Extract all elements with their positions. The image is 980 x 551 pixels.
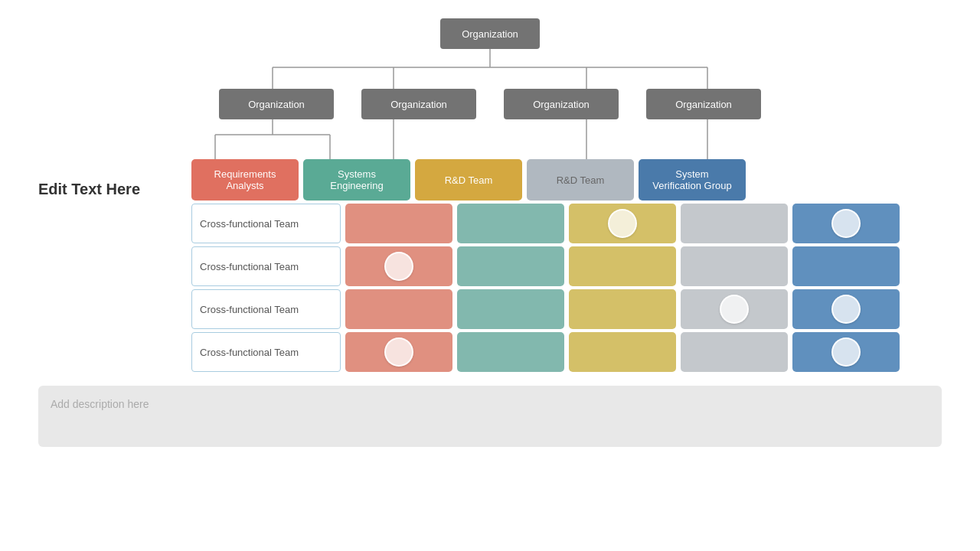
cell-3-1 bbox=[457, 332, 564, 372]
dot-1-0 bbox=[384, 252, 413, 281]
cell-2-0 bbox=[345, 289, 452, 329]
level2-box-2[interactable]: Organization bbox=[504, 89, 619, 119]
dot-2-3 bbox=[720, 295, 749, 324]
table-row: Cross-functional Team bbox=[191, 246, 942, 286]
cell-1-4 bbox=[792, 246, 900, 286]
level2-box-3[interactable]: Organization bbox=[646, 89, 761, 119]
description-box[interactable]: Add description here bbox=[38, 386, 942, 447]
diagram-container: Organization Organization Organization bbox=[0, 0, 980, 462]
dot-3-0 bbox=[384, 337, 413, 367]
cell-1-0 bbox=[345, 246, 452, 286]
col-header-svg[interactable]: System Verification Group bbox=[639, 159, 746, 201]
cell-2-3 bbox=[681, 289, 788, 329]
matrix-rows: Cross-functional Team Cross-functio bbox=[191, 204, 942, 372]
cell-0-3 bbox=[681, 204, 788, 243]
row-label-0[interactable]: Cross-functional Team bbox=[191, 204, 341, 243]
cell-1-1 bbox=[457, 246, 564, 286]
tree-lines-top bbox=[122, 49, 858, 89]
cell-3-2 bbox=[569, 332, 676, 372]
cell-1-2 bbox=[569, 246, 676, 286]
edit-text-label[interactable]: Edit Text Here bbox=[38, 181, 140, 197]
table-row: Cross-functional Team bbox=[191, 204, 942, 243]
level2-row: Organization Organization Organization O… bbox=[122, 89, 858, 119]
description-placeholder: Add description here bbox=[51, 398, 149, 410]
cell-3-0 bbox=[345, 332, 452, 372]
level2-box-1[interactable]: Organization bbox=[361, 89, 476, 119]
row-label-1[interactable]: Cross-functional Team bbox=[191, 246, 341, 286]
cell-0-1 bbox=[457, 204, 564, 243]
table-row: Cross-functional Team bbox=[191, 289, 942, 329]
cell-0-2 bbox=[569, 204, 676, 243]
row-label-3[interactable]: Cross-functional Team bbox=[191, 332, 341, 372]
columns-area: Requirements Analysts Systems Engineerin… bbox=[191, 159, 942, 372]
root-label: Organization bbox=[440, 18, 540, 49]
dot-0-4 bbox=[831, 209, 861, 238]
cell-1-3 bbox=[681, 246, 788, 286]
main-content-area: Edit Text Here Requirements Analysts Sys… bbox=[38, 159, 942, 372]
level2-box-0[interactable]: Organization bbox=[219, 89, 334, 119]
sidebar-label-area: Edit Text Here bbox=[38, 159, 191, 198]
col-header-sys[interactable]: Systems Engineering bbox=[303, 159, 410, 201]
cell-2-2 bbox=[569, 289, 676, 329]
dot-3-4 bbox=[831, 337, 861, 367]
col-headers-row: Requirements Analysts Systems Engineerin… bbox=[191, 159, 942, 201]
cell-0-4 bbox=[792, 204, 900, 243]
cell-3-4 bbox=[792, 332, 900, 372]
cell-2-4 bbox=[792, 289, 900, 329]
cell-0-0 bbox=[345, 204, 452, 243]
tree-lines-mid bbox=[122, 119, 858, 159]
root-org-box[interactable]: Organization bbox=[440, 18, 540, 49]
row-label-2[interactable]: Cross-functional Team bbox=[191, 289, 341, 329]
col-header-rd2[interactable]: R&D Team bbox=[527, 159, 634, 201]
dot-0-2 bbox=[608, 209, 637, 238]
org-tree: Organization Organization Organization bbox=[38, 18, 942, 159]
col-header-rd1[interactable]: R&D Team bbox=[415, 159, 522, 201]
cell-2-1 bbox=[457, 289, 564, 329]
dot-2-4 bbox=[831, 295, 861, 324]
cell-3-3 bbox=[681, 332, 788, 372]
table-row: Cross-functional Team bbox=[191, 332, 942, 372]
col-header-req[interactable]: Requirements Analysts bbox=[191, 159, 299, 201]
